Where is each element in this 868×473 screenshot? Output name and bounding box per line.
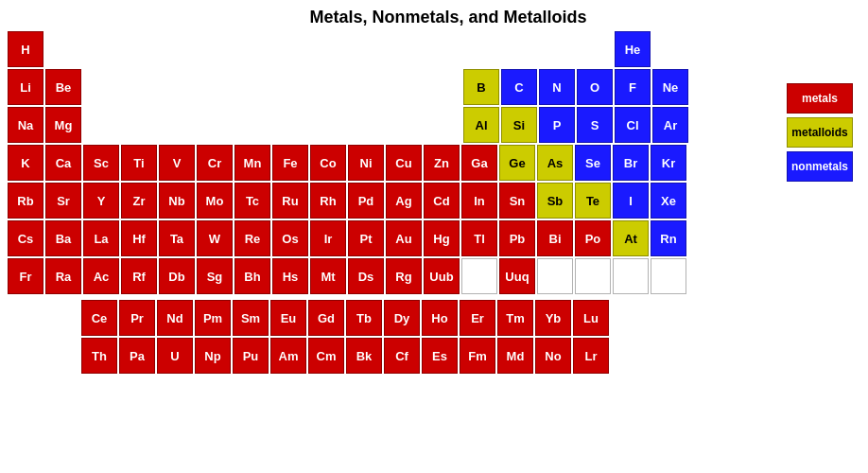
element-sn: Sn xyxy=(499,183,535,219)
element-s: S xyxy=(577,107,613,143)
element-tm: Tm xyxy=(497,300,533,336)
element-sg: Sg xyxy=(197,258,233,294)
element-c: C xyxy=(501,69,537,105)
element-be: Be xyxy=(45,69,81,105)
page-title: Metals, Nonmetals, and Metalloids xyxy=(36,8,860,27)
element-yb: Yb xyxy=(535,300,571,336)
actinide-row: ThPaUNpPuAmCmBkCfEsFmMdNoLr xyxy=(81,338,860,374)
pt-row-6: FrRaAcRfDbSgBhHsMtDsRgUub—Uuq———— xyxy=(8,258,860,294)
element-f: F xyxy=(615,69,651,105)
element-fe: Fe xyxy=(272,145,308,181)
element-ho: Ho xyxy=(422,300,458,336)
element-ba: Ba xyxy=(45,220,81,256)
element-cm: Cm xyxy=(308,338,344,374)
element-co: Co xyxy=(310,145,346,181)
element-ds: Ds xyxy=(348,258,384,294)
element-re: Re xyxy=(234,220,270,256)
element-in: In xyxy=(461,183,497,219)
element-rg: Rg xyxy=(386,258,422,294)
element-o: O xyxy=(577,69,613,105)
element-tl: Tl xyxy=(461,220,497,256)
element-uuq: Uuq xyxy=(499,258,535,294)
element-w: W xyxy=(197,220,233,256)
element-hf: Hf xyxy=(121,220,157,256)
pt-row-0: HHe xyxy=(8,31,860,67)
element-: — xyxy=(613,258,649,294)
element-sr: Sr xyxy=(45,183,81,219)
element-n: N xyxy=(539,69,575,105)
element-na: Na xyxy=(8,107,43,143)
element-ga: Ga xyxy=(461,145,497,181)
element-ra: Ra xyxy=(45,258,81,294)
element-ce: Ce xyxy=(81,300,117,336)
element-ti: Ti xyxy=(121,145,157,181)
element-bk: Bk xyxy=(346,338,382,374)
element-: — xyxy=(461,258,497,294)
element-u: U xyxy=(157,338,193,374)
element-he: He xyxy=(615,31,651,67)
element-eu: Eu xyxy=(270,300,306,336)
element-p: P xyxy=(539,107,575,143)
pt-row-5: CsBaLaHfTaWReOsIrPtAuHgTlPbBiPoAtRn xyxy=(8,220,860,256)
element-ge: Ge xyxy=(499,145,535,181)
spacer-row0 xyxy=(45,31,613,67)
element-pb: Pb xyxy=(499,220,535,256)
element-hs: Hs xyxy=(272,258,308,294)
element-ac: Ac xyxy=(83,258,119,294)
element-pd: Pd xyxy=(348,183,384,219)
element-cd: Cd xyxy=(424,183,460,219)
element-os: Os xyxy=(272,220,308,256)
element-zn: Zn xyxy=(424,145,460,181)
element-no: No xyxy=(535,338,571,374)
element-fr: Fr xyxy=(8,258,43,294)
element-h: H xyxy=(8,31,43,67)
element-ni: Ni xyxy=(348,145,384,181)
element-pt: Pt xyxy=(348,220,384,256)
legend: metals metalloids nonmetals xyxy=(787,83,853,182)
element-er: Er xyxy=(460,300,495,336)
element-ta: Ta xyxy=(159,220,195,256)
element-br: Br xyxy=(613,145,649,181)
element-sc: Sc xyxy=(83,145,119,181)
element-te: Te xyxy=(575,183,611,219)
element-sm: Sm xyxy=(233,300,269,336)
element-db: Db xyxy=(159,258,195,294)
element-md: Md xyxy=(497,338,533,374)
element-mg: Mg xyxy=(45,107,81,143)
legend-nonmetals: nonmetals xyxy=(787,151,853,182)
element-tc: Tc xyxy=(234,183,270,219)
element-b: B xyxy=(463,69,499,105)
element-fm: Fm xyxy=(460,338,495,374)
element-mo: Mo xyxy=(197,183,233,219)
element-dy: Dy xyxy=(384,300,420,336)
element-bi: Bi xyxy=(537,220,573,256)
element-ca: Ca xyxy=(45,145,81,181)
element-nb: Nb xyxy=(159,183,195,219)
element-li: Li xyxy=(8,69,43,105)
element-mt: Mt xyxy=(310,258,346,294)
element-y: Y xyxy=(83,183,119,219)
element-ag: Ag xyxy=(386,183,422,219)
element-rh: Rh xyxy=(310,183,346,219)
element-cl: Cl xyxy=(615,107,651,143)
element-cs: Cs xyxy=(8,220,43,256)
page: Metals, Nonmetals, and Metalloids HHeLiB… xyxy=(0,0,868,473)
element-np: Np xyxy=(195,338,231,374)
lanthanide-row: CePrNdPmSmEuGdTbDyHoErTmYbLu xyxy=(81,300,860,336)
element-la: La xyxy=(83,220,119,256)
element-k: K xyxy=(8,145,43,181)
element-cr: Cr xyxy=(197,145,233,181)
element-ar: Ar xyxy=(652,107,688,143)
element-mn: Mn xyxy=(234,145,270,181)
pt-row-3: KCaScTiVCrMnFeCoNiCuZnGaGeAsSeBrKr xyxy=(8,145,860,181)
element-ru: Ru xyxy=(272,183,308,219)
element-: — xyxy=(537,258,573,294)
pt-row-4: RbSrYZrNbMoTcRuRhPdAgCdInSnSbTeIXe xyxy=(8,183,860,219)
element-tb: Tb xyxy=(346,300,382,336)
element-pr: Pr xyxy=(119,300,155,336)
spacer-row1 xyxy=(83,69,461,105)
element-v: V xyxy=(159,145,195,181)
element-pm: Pm xyxy=(195,300,231,336)
pt-row-2: NaMgAlSiPSClAr xyxy=(8,107,860,143)
element-: — xyxy=(651,258,686,294)
